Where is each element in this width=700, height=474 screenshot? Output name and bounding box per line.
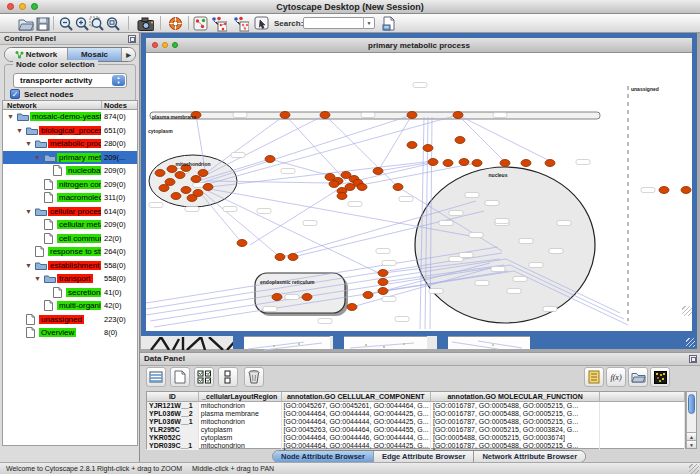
tree-row[interactable]: secretion41(0) xyxy=(3,286,137,300)
search-dropdown-arrow-icon[interactable]: ▼ xyxy=(363,17,374,29)
tree-row[interactable]: ▼metabolic process280(0) xyxy=(3,137,137,151)
network-node[interactable] xyxy=(373,168,383,175)
network-node[interactable] xyxy=(378,279,388,286)
network-node[interactable] xyxy=(659,187,669,194)
network-node[interactable] xyxy=(337,193,347,200)
network-node[interactable] xyxy=(681,187,691,194)
canvas-resize-grip[interactable] xyxy=(682,306,692,316)
close-window-button[interactable] xyxy=(7,3,14,10)
minimize-window-button[interactable] xyxy=(19,3,26,10)
network-node[interactable] xyxy=(159,185,169,192)
delete-attribute-icon[interactable] xyxy=(244,367,264,387)
network-node[interactable] xyxy=(155,170,165,177)
disclosure-triangle-icon[interactable]: ▼ xyxy=(34,151,41,165)
scroll-up-icon[interactable]: ▲ xyxy=(687,432,696,440)
network-window-zoom-button[interactable] xyxy=(172,42,178,48)
network-window-titlebar[interactable]: primary metabolic process xyxy=(146,38,692,53)
tree-row[interactable]: ▼establishment of lo558(0) xyxy=(3,259,137,273)
select-annotation-icon[interactable] xyxy=(253,15,270,32)
save-session-icon[interactable] xyxy=(34,15,51,32)
network-node[interactable] xyxy=(320,112,330,119)
minimized-window-thumbnail[interactable] xyxy=(448,336,530,349)
network-canvas[interactable]: plasma membranecytoplasmmitochondrionnuc… xyxy=(146,53,692,331)
network-node[interactable] xyxy=(545,160,555,167)
column-header[interactable]: annotation.GO MOLECULAR_FUNCTION xyxy=(431,392,600,402)
import-attribute-file-icon[interactable] xyxy=(628,367,648,387)
table-row[interactable]: YLR295Ccytoplasm[GO:0045263, GO:0044464,… xyxy=(147,426,685,434)
network-node[interactable] xyxy=(428,159,438,166)
network-window-close-button[interactable] xyxy=(152,42,158,48)
function-builder-icon[interactable]: f(x) xyxy=(606,367,626,387)
network-node[interactable] xyxy=(500,160,510,167)
network-node[interactable] xyxy=(347,304,357,311)
tree-row[interactable]: ▼mosaic-demo-yeast874(0) xyxy=(3,110,137,124)
network-graph[interactable]: plasma membranecytoplasmmitochondrionnuc… xyxy=(146,53,692,331)
network-node[interactable] xyxy=(175,172,185,179)
tree-row[interactable]: macromolecule311(0) xyxy=(3,191,137,205)
minimized-window-border[interactable] xyxy=(333,336,344,349)
tree-row[interactable]: ▼transport558(0) xyxy=(3,272,137,286)
network-node[interactable] xyxy=(181,187,191,194)
node-color-dropdown[interactable]: transporter activity ▲▼ xyxy=(13,73,127,88)
zoom-out-icon[interactable] xyxy=(57,15,74,32)
network-node[interactable] xyxy=(165,179,175,186)
help-lifering-icon[interactable] xyxy=(167,15,184,32)
table-row[interactable]: YDR039C__1mitochondrion[GO:0044464, GO:0… xyxy=(147,442,685,450)
network-node[interactable] xyxy=(275,254,285,261)
disclosure-triangle-icon[interactable]: ▼ xyxy=(25,137,32,151)
network-node[interactable] xyxy=(171,193,181,200)
zoom-fit-content-icon[interactable] xyxy=(104,15,121,32)
table-row[interactable]: YPL036W__1mitochondrion[GO:0044464, GO:0… xyxy=(147,418,685,426)
apply-visual-style-1-icon[interactable] xyxy=(210,15,227,32)
import-attributes-icon[interactable] xyxy=(380,15,397,32)
network-node[interactable] xyxy=(378,288,388,295)
network-node[interactable] xyxy=(521,160,531,167)
network-node[interactable] xyxy=(191,176,201,183)
network-node[interactable] xyxy=(472,160,482,167)
app-resize-grip[interactable] xyxy=(689,464,699,474)
network-node[interactable] xyxy=(363,292,373,299)
scrollbar-thumb[interactable] xyxy=(688,394,695,414)
open-folder-icon[interactable] xyxy=(17,15,34,32)
tab-node-attribute-browser[interactable]: Node Attribute Browser xyxy=(273,451,373,462)
network-node[interactable] xyxy=(407,112,417,119)
column-header[interactable]: ID xyxy=(147,392,199,402)
disclosure-triangle-icon[interactable]: ▼ xyxy=(34,272,41,286)
zoom-selected-region-icon[interactable] xyxy=(88,15,105,32)
network-node[interactable] xyxy=(288,254,298,261)
attribute-table[interactable]: ID_cellularLayoutRegionannotation.GO CEL… xyxy=(146,391,686,449)
column-header[interactable] xyxy=(600,392,685,402)
minimized-window-border[interactable] xyxy=(233,336,244,349)
network-node[interactable] xyxy=(193,190,203,197)
network-node[interactable] xyxy=(455,137,465,144)
tree-row[interactable]: response to stimulu264(0) xyxy=(3,245,137,259)
select-nodes-checkbox[interactable]: ✓ xyxy=(10,89,20,99)
window-resize-grip[interactable] xyxy=(686,338,695,347)
tree-row[interactable]: nucleobase-209(0) xyxy=(3,164,137,178)
tree-row[interactable]: cellular metabo209(0) xyxy=(3,218,137,232)
network-node[interactable] xyxy=(198,170,208,177)
minimized-window-thumbnail[interactable] xyxy=(344,336,427,349)
minimized-window-border[interactable] xyxy=(437,336,448,349)
attribute-heatmap-icon[interactable] xyxy=(650,367,670,387)
apply-visual-style-2-icon[interactable] xyxy=(232,15,249,32)
network-node[interactable] xyxy=(265,156,275,163)
disclosure-triangle-icon[interactable]: ▼ xyxy=(25,205,32,219)
attribute-grid-icon[interactable] xyxy=(146,367,166,387)
network-window-bottom-border[interactable] xyxy=(530,336,697,349)
disclosure-triangle-icon[interactable]: ▼ xyxy=(25,259,32,273)
network-node[interactable] xyxy=(280,112,290,119)
table-row[interactable]: YJR121W__1mitochondrion[GO:0045267, GO:0… xyxy=(147,402,685,410)
table-row[interactable]: YPL036W__2plasma membrane[GO:0044464, GO… xyxy=(147,410,685,418)
tree-row[interactable]: nitrogen compo209(0) xyxy=(3,178,137,192)
table-row[interactable]: YKR052Ccytoplasm[GO:0044464, GO:0044446,… xyxy=(147,434,685,442)
network-node[interactable] xyxy=(459,159,469,166)
unselect-attributes-icon[interactable] xyxy=(218,367,238,387)
network-node[interactable] xyxy=(378,270,388,277)
network-view-window[interactable]: primary metabolic process plasma membran… xyxy=(141,33,697,336)
minimized-window-thumbnail[interactable] xyxy=(244,336,330,349)
scroll-down-icon[interactable]: ▼ xyxy=(687,440,696,448)
float-panel-icon[interactable] xyxy=(689,355,697,363)
tab-overflow-arrow[interactable]: ▶ xyxy=(121,48,135,61)
tree-row[interactable]: ▼cellular process614(0) xyxy=(3,205,137,219)
